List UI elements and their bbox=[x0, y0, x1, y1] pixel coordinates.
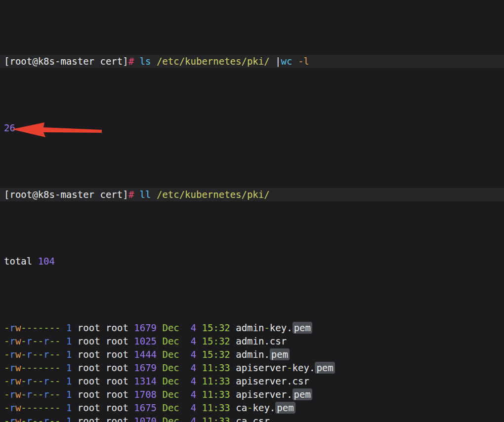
file-links: 1 bbox=[61, 336, 78, 346]
file-permissions: -rw------- bbox=[4, 402, 61, 413]
file-permissions: -rw-r--r-- bbox=[4, 349, 61, 360]
file-owner: root bbox=[78, 349, 106, 360]
file-group: root bbox=[106, 402, 134, 413]
file-time: 11:33 bbox=[202, 362, 236, 373]
file-owner: root bbox=[78, 376, 106, 386]
file-name: admin.csr bbox=[236, 336, 287, 346]
command-path: /etc/kubernetes/pki/ bbox=[157, 189, 270, 200]
file-row: -rw-r--r-- 1 root root 1708 Dec 4 11:33 … bbox=[0, 388, 504, 401]
file-name: apiserver.pem bbox=[236, 388, 312, 400]
file-row: -rw-r--r-- 1 root root 1025 Dec 4 15:32 … bbox=[0, 335, 504, 348]
file-size: 1708 bbox=[134, 389, 162, 400]
file-day: 4 bbox=[185, 362, 202, 373]
file-day: 4 bbox=[185, 416, 202, 422]
file-time: 11:33 bbox=[202, 376, 236, 386]
pem-search-highlight: pem bbox=[293, 322, 312, 334]
file-month: Dec bbox=[162, 322, 185, 333]
file-group: root bbox=[106, 362, 134, 373]
file-links: 1 bbox=[61, 362, 78, 373]
total-line: total 104 bbox=[0, 255, 504, 268]
file-month: Dec bbox=[162, 349, 185, 360]
file-time: 15:32 bbox=[202, 322, 236, 333]
file-row: -rw------- 1 root root 1675 Dec 4 11:33 … bbox=[0, 401, 504, 415]
prompt-symbol: # bbox=[128, 189, 134, 200]
file-day: 4 bbox=[185, 402, 202, 413]
wc-output-value: 26 bbox=[4, 122, 15, 133]
total-value: 104 bbox=[38, 256, 55, 267]
command-line-ll: [root@k8s-master cert]# ll /etc/kubernet… bbox=[0, 188, 504, 201]
file-permissions: -rw-r--r-- bbox=[4, 389, 61, 400]
file-links: 1 bbox=[61, 322, 78, 333]
file-month: Dec bbox=[162, 362, 185, 373]
file-month: Dec bbox=[162, 402, 185, 413]
file-name: ca.csr bbox=[236, 416, 270, 422]
file-links: 1 bbox=[61, 389, 78, 400]
file-name: ca-key.pem bbox=[236, 402, 295, 414]
annotation-arrow bbox=[0, 121, 114, 139]
file-size: 1444 bbox=[134, 349, 162, 360]
file-time: 11:33 bbox=[202, 389, 236, 400]
pem-search-highlight: pem bbox=[270, 348, 290, 360]
file-owner: root bbox=[78, 336, 106, 346]
file-day: 4 bbox=[185, 376, 202, 386]
file-links: 1 bbox=[61, 402, 78, 413]
file-permissions: -rw-r--r-- bbox=[4, 376, 61, 386]
prompt: [root@k8s-master cert] bbox=[4, 56, 128, 67]
file-row: -rw-r--r-- 1 root root 1070 Dec 4 11:33 … bbox=[0, 415, 504, 422]
file-permissions: -rw------- bbox=[4, 362, 61, 373]
pem-search-highlight: pem bbox=[315, 362, 335, 374]
wc-output-line: 26 bbox=[0, 121, 504, 135]
file-size: 1675 bbox=[134, 402, 162, 413]
file-owner: root bbox=[78, 362, 106, 373]
file-month: Dec bbox=[162, 336, 185, 346]
file-size: 1679 bbox=[134, 322, 162, 333]
prompt: [root@k8s-master cert] bbox=[4, 189, 128, 200]
command-wc: wc bbox=[281, 56, 293, 67]
file-name: admin.pem bbox=[236, 348, 290, 360]
pipe-symbol: | bbox=[270, 56, 281, 67]
file-row: -rw-r--r-- 1 root root 1314 Dec 4 11:33 … bbox=[0, 375, 504, 388]
file-name: apiserver-key.pem bbox=[236, 362, 335, 374]
file-permissions: -rw-r--r-- bbox=[4, 336, 61, 346]
file-links: 1 bbox=[61, 376, 78, 386]
command-line-ls-wc: [root@k8s-master cert]# ls /etc/kubernet… bbox=[0, 55, 504, 68]
file-size: 1025 bbox=[134, 336, 162, 346]
file-group: root bbox=[106, 336, 134, 346]
file-day: 4 bbox=[185, 389, 202, 400]
total-label: total bbox=[4, 256, 38, 267]
prompt-symbol: # bbox=[128, 56, 134, 67]
file-links: 1 bbox=[61, 349, 78, 360]
file-owner: root bbox=[78, 402, 106, 413]
file-time: 11:33 bbox=[202, 416, 236, 422]
command-path: /etc/kubernetes/pki/ bbox=[157, 56, 270, 67]
file-time: 11:33 bbox=[202, 402, 236, 413]
file-links: 1 bbox=[61, 416, 78, 422]
file-size: 1070 bbox=[134, 416, 162, 422]
file-month: Dec bbox=[162, 416, 185, 422]
file-size: 1314 bbox=[134, 376, 162, 386]
file-listing: -rw------- 1 root root 1679 Dec 4 15:32 … bbox=[0, 321, 504, 422]
pem-search-highlight: pem bbox=[275, 402, 295, 414]
file-group: root bbox=[106, 376, 134, 386]
file-owner: root bbox=[78, 389, 106, 400]
file-day: 4 bbox=[185, 349, 202, 360]
file-owner: root bbox=[78, 416, 106, 422]
file-size: 1679 bbox=[134, 362, 162, 373]
file-month: Dec bbox=[162, 376, 185, 386]
file-name: admin-key.pem bbox=[236, 322, 312, 334]
file-group: root bbox=[106, 389, 134, 400]
file-row: -rw------- 1 root root 1679 Dec 4 11:33 … bbox=[0, 361, 504, 375]
file-day: 4 bbox=[185, 336, 202, 346]
file-row: -rw-r--r-- 1 root root 1444 Dec 4 15:32 … bbox=[0, 348, 504, 361]
file-group: root bbox=[106, 349, 134, 360]
file-owner: root bbox=[78, 322, 106, 333]
command-flag: -l bbox=[292, 56, 309, 67]
terminal-window: [root@k8s-master cert]# ls /etc/kubernet… bbox=[0, 0, 504, 422]
command-ll: ll bbox=[134, 189, 157, 200]
file-time: 15:32 bbox=[202, 336, 236, 346]
file-permissions: -rw------- bbox=[4, 322, 61, 333]
file-row: -rw------- 1 root root 1679 Dec 4 15:32 … bbox=[0, 321, 504, 335]
file-group: root bbox=[106, 416, 134, 422]
file-name: apiserver.csr bbox=[236, 376, 309, 386]
pem-search-highlight: pem bbox=[293, 388, 312, 400]
